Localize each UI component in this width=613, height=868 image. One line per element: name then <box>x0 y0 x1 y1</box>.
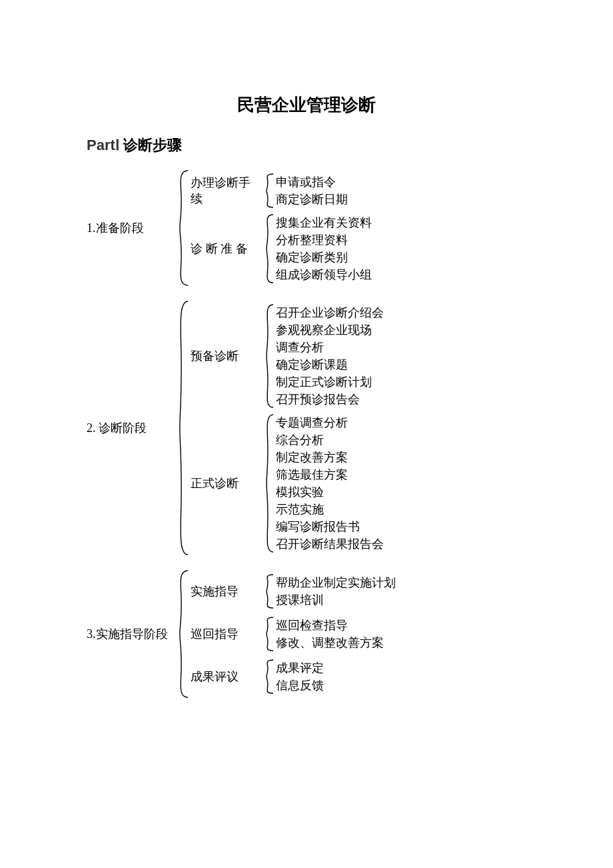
section-part: PartⅠ <box>87 137 119 153</box>
tree-level2: 巡回指导巡回检查指导修改、调整改善方案 <box>188 617 396 651</box>
tree-level2: 预备诊断召开企业诊断介绍会参观视察企业现场调查分析确定诊断课题制定正式诊断计划召… <box>188 304 384 408</box>
leaf-item: 分析整理资料 <box>276 231 372 249</box>
leaf-item: 参观视察企业现场 <box>276 321 384 339</box>
leaf-item: 筛选最佳方案 <box>276 466 384 483</box>
brace-icon <box>173 301 188 555</box>
brace-icon <box>261 214 273 283</box>
level2-children: 专题调查分析综合分析制定改善方案筛选最佳方案模拟实验示范实施编写诊断报告书召开诊… <box>273 414 384 553</box>
brace-icon <box>261 173 273 208</box>
leaf-item: 调查分析 <box>276 339 384 356</box>
brace-icon <box>173 170 188 286</box>
brace-icon <box>173 570 188 698</box>
level2-children: 申请或指令商定诊断日期 <box>273 173 348 208</box>
level1-label: 2. 诊断阶段 <box>87 420 173 436</box>
leaf-item: 组成诊断领导小组 <box>276 266 372 283</box>
leaf-item: 召开诊断结果报告会 <box>276 535 384 553</box>
brace-icon <box>261 574 273 609</box>
level1-children: 实施指导帮助企业制定实施计划授课培训巡回指导巡回检查指导修改、调整改善方案成果评… <box>188 570 396 698</box>
tree-level1: 3.实施指导阶段实施指导帮助企业制定实施计划授课培训巡回指导巡回检查指导修改、调… <box>87 570 573 698</box>
section-label: 诊断步骤 <box>119 137 182 153</box>
leaf-item: 商定诊断日期 <box>276 191 348 208</box>
level1-children: 办理诊断手续申请或指令商定诊断日期诊 断 准 备搜集企业有关资料分析整理资料确定… <box>188 170 372 286</box>
leaf-item: 综合分析 <box>276 431 384 449</box>
leaf-item: 授课培训 <box>276 591 396 609</box>
leaf-item: 确定诊断类别 <box>276 249 372 266</box>
level2-label: 巡回指导 <box>188 626 261 642</box>
leaf-item: 搜集企业有关资料 <box>276 214 372 231</box>
level2-label: 诊 断 准 备 <box>188 241 261 257</box>
tree-level1: 2. 诊断阶段预备诊断召开企业诊断介绍会参观视察企业现场调查分析确定诊断课题制定… <box>87 301 573 555</box>
leaf-item: 申请或指令 <box>276 173 348 191</box>
leaf-item: 修改、调整改善方案 <box>276 634 384 651</box>
leaf-item: 帮助企业制定实施计划 <box>276 574 396 591</box>
diagram-tree: 1.准备阶段办理诊断手续申请或指令商定诊断日期诊 断 准 备搜集企业有关资料分析… <box>87 170 573 698</box>
level2-children: 召开企业诊断介绍会参观视察企业现场调查分析确定诊断课题制定正式诊断计划召开预诊报… <box>273 304 384 408</box>
level2-children: 成果评定信息反馈 <box>273 659 324 694</box>
tree-level2: 正式诊断专题调查分析综合分析制定改善方案筛选最佳方案模拟实验示范实施编写诊断报告… <box>188 414 384 553</box>
level2-label: 正式诊断 <box>188 475 261 491</box>
leaf-item: 示范实施 <box>276 501 384 518</box>
level1-label: 1.准备阶段 <box>87 220 173 236</box>
level2-children: 帮助企业制定实施计划授课培训 <box>273 574 396 609</box>
brace-icon <box>261 617 273 651</box>
level1-label: 3.实施指导阶段 <box>87 626 173 642</box>
section-heading: PartⅠ 诊断步骤 <box>87 135 573 155</box>
tree-level2: 诊 断 准 备搜集企业有关资料分析整理资料确定诊断类别组成诊断领导小组 <box>188 214 372 283</box>
level2-label: 预备诊断 <box>188 348 261 364</box>
leaf-item: 信息反馈 <box>276 677 324 694</box>
brace-icon <box>261 659 273 694</box>
level2-label: 成果评议 <box>188 669 261 685</box>
tree-level2: 实施指导帮助企业制定实施计划授课培训 <box>188 574 396 609</box>
tree-level1: 1.准备阶段办理诊断手续申请或指令商定诊断日期诊 断 准 备搜集企业有关资料分析… <box>87 170 573 286</box>
leaf-item: 编写诊断报告书 <box>276 518 384 535</box>
leaf-item: 召开企业诊断介绍会 <box>276 304 384 321</box>
level1-children: 预备诊断召开企业诊断介绍会参观视察企业现场调查分析确定诊断课题制定正式诊断计划召… <box>188 301 384 555</box>
level2-children: 巡回检查指导修改、调整改善方案 <box>273 617 384 651</box>
tree-level2: 办理诊断手续申请或指令商定诊断日期 <box>188 173 372 208</box>
level2-label: 实施指导 <box>188 583 261 599</box>
leaf-item: 成果评定 <box>276 659 324 677</box>
leaf-item: 模拟实验 <box>276 483 384 501</box>
brace-icon <box>261 414 273 553</box>
leaf-item: 巡回检查指导 <box>276 617 384 634</box>
leaf-item: 制定正式诊断计划 <box>276 373 384 391</box>
brace-icon <box>261 304 273 408</box>
leaf-item: 召开预诊报告会 <box>276 391 384 408</box>
leaf-item: 制定改善方案 <box>276 449 384 466</box>
tree-level2: 成果评议成果评定信息反馈 <box>188 659 396 694</box>
leaf-item: 专题调查分析 <box>276 414 384 431</box>
leaf-item: 确定诊断课题 <box>276 356 384 373</box>
level2-label: 办理诊断手续 <box>188 175 261 207</box>
level2-children: 搜集企业有关资料分析整理资料确定诊断类别组成诊断领导小组 <box>273 214 372 283</box>
page-title: 民营企业管理诊断 <box>40 93 573 117</box>
